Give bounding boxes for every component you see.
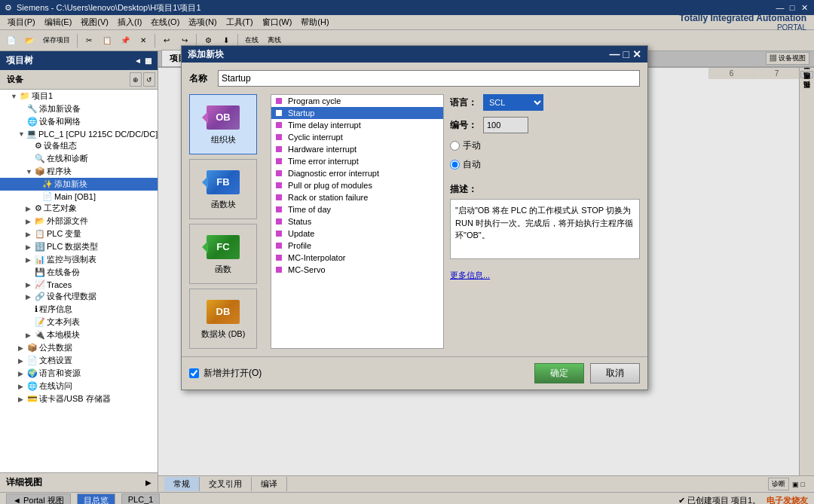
block-ob[interactable]: OB 组织块	[189, 94, 257, 154]
event-dot	[276, 255, 282, 261]
fb-label: 函数块	[211, 199, 236, 210]
event-dot	[276, 206, 282, 212]
event-diagnostic-error[interactable]: Diagnostic error interrupt	[271, 167, 443, 179]
description-area: 描述： "启动"OB 将在 PLC 的工作模式从 STOP 切换为 RUN 时执…	[450, 183, 640, 259]
event-dot	[276, 182, 282, 188]
manual-radio[interactable]	[450, 141, 460, 151]
desc-title: 描述：	[450, 183, 640, 196]
more-info-link[interactable]: 更多信息...	[450, 270, 490, 279]
dialog-close-btn[interactable]: ✕	[632, 48, 641, 60]
event-dot	[276, 98, 282, 104]
ob-icon: OB	[205, 104, 241, 131]
event-status[interactable]: Status	[271, 215, 443, 228]
event-dot	[276, 170, 282, 176]
fb-icon: FB	[205, 169, 241, 196]
name-row: 名称	[189, 70, 640, 87]
dialog-title: 添加新块	[188, 48, 224, 61]
dialog-max-btn[interactable]: □	[623, 48, 629, 60]
manual-radio-row: 手动	[450, 139, 640, 152]
event-list: Program cycle Startup Time delay interru…	[271, 94, 444, 349]
number-row: 编号：	[450, 117, 640, 133]
number-label: 编号：	[450, 119, 477, 132]
event-hardware-interrupt[interactable]: Hardware interrupt	[271, 143, 443, 155]
ob-label: 组织块	[211, 134, 236, 145]
open-checkbox[interactable]	[189, 368, 199, 378]
event-time-error[interactable]: Time error interrupt	[271, 155, 443, 167]
dialog-min-btn[interactable]: —	[610, 48, 620, 60]
desc-text: "启动"OB 将在 PLC 的工作模式从 STOP 切换为 RUN 时执行一次。…	[450, 199, 640, 259]
event-program-cycle[interactable]: Program cycle	[271, 95, 443, 107]
add-new-block-dialog: 添加新块 — □ ✕ 名称 OB 组	[181, 45, 648, 390]
dialog-footer: 新增并打开(O) 确定 取消	[182, 356, 647, 389]
event-profile[interactable]: Profile	[271, 240, 443, 252]
more-info-row: 更多信息...	[450, 270, 640, 281]
db-icon: DB	[205, 298, 241, 325]
event-dot	[276, 231, 282, 237]
dialog-body: 名称 OB 组织块 FB 函	[182, 63, 647, 356]
event-dot	[276, 267, 282, 273]
event-rack-failure[interactable]: Rack or station failure	[271, 191, 443, 203]
event-startup[interactable]: Startup	[271, 107, 443, 119]
number-input[interactable]	[483, 117, 528, 133]
cancel-button[interactable]: 取消	[590, 363, 640, 383]
auto-radio-row: 自动	[450, 158, 640, 171]
name-input[interactable]	[218, 70, 640, 87]
settings-section: 语言： SCL LAD FBD STL 编号：	[450, 94, 640, 349]
event-time-of-day[interactable]: Time of day	[271, 203, 443, 215]
open-checkbox-label: 新增并打开(O)	[204, 367, 262, 380]
event-dot	[276, 122, 282, 128]
event-dot	[276, 218, 282, 225]
dialog-overlay: 添加新块 — □ ✕ 名称 OB 组	[0, 0, 814, 504]
footer-left: 新增并打开(O)	[189, 367, 262, 380]
event-update[interactable]: Update	[271, 228, 443, 240]
event-cyclic[interactable]: Cyclic interrupt	[271, 131, 443, 143]
event-time-delay[interactable]: Time delay interrupt	[271, 119, 443, 131]
manual-label: 手动	[463, 139, 481, 152]
language-row: 语言： SCL LAD FBD STL	[450, 94, 640, 111]
event-mc-interpolator[interactable]: MC-Interpolator	[271, 252, 443, 264]
event-dot	[276, 243, 282, 249]
dialog-content: OB 组织块 FB 函数块 FC 函数	[189, 94, 640, 349]
fc-label: 函数	[215, 264, 231, 275]
language-select[interactable]: SCL LAD FBD STL	[483, 94, 543, 111]
db-label: 数据块 (DB)	[201, 328, 246, 340]
auto-radio[interactable]	[450, 160, 460, 170]
name-label: 名称	[189, 72, 212, 85]
event-dot	[276, 158, 282, 164]
event-dot	[276, 134, 282, 140]
block-fb[interactable]: FB 函数块	[189, 159, 257, 219]
event-mc-servo[interactable]: MC-Servo	[271, 264, 443, 276]
block-fc[interactable]: FC 函数	[189, 224, 257, 284]
fc-icon: FC	[205, 234, 241, 261]
event-dot	[276, 146, 282, 152]
auto-label: 自动	[463, 158, 481, 171]
event-pull-plug[interactable]: Pull or plug of modules	[271, 179, 443, 191]
footer-buttons: 确定 取消	[534, 363, 640, 383]
block-type-section: OB 组织块 FB 函数块 FC 函数	[189, 94, 265, 349]
ok-button[interactable]: 确定	[534, 363, 584, 383]
language-label: 语言：	[450, 96, 477, 109]
dialog-title-bar: 添加新块 — □ ✕	[182, 46, 647, 63]
event-dot	[276, 110, 282, 116]
event-dot	[276, 194, 282, 200]
block-db[interactable]: DB 数据块 (DB)	[189, 289, 257, 349]
